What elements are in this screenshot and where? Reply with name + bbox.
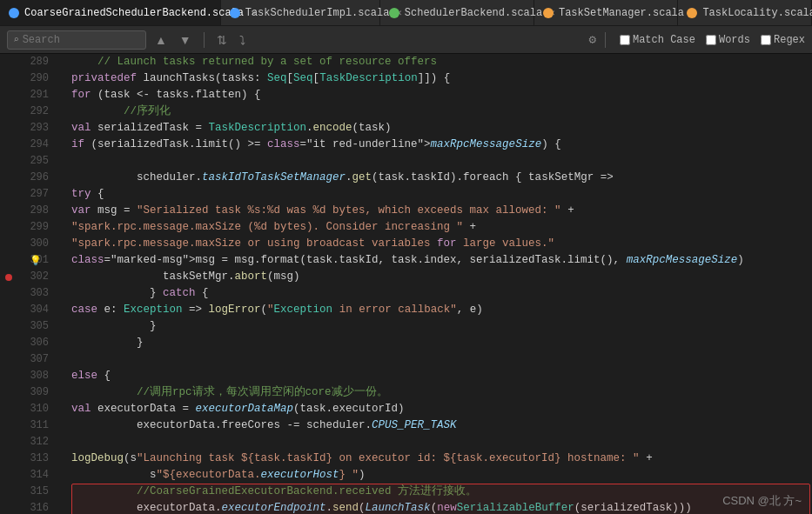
nav-up-button[interactable]: ▲ [151,32,171,48]
regex-label[interactable]: Regex [761,34,805,46]
line-number: 302 [17,269,56,285]
strip-line [0,467,17,484]
strip-line [0,203,17,219]
code-line: private def launchTasks(tasks: Seq[Seq[T… [71,70,812,87]
strip-line-breakpoint [0,269,17,285]
line-number: 298 [17,203,56,219]
tab-schedulerbackend[interactable]: SchedulerBackend.scala ✕ [380,0,534,25]
match-case-option: Match Case [620,34,695,46]
tab-taskschedulerimpl[interactable]: TaskSchedulerImpl.scala ✕ [221,0,380,25]
tab-label: CoarseGrainedSchedulerBackend.scala [24,7,244,19]
strip-line [0,170,17,186]
code-line: if (serializedTask.limit() >= class="it … [71,137,812,153]
nav-down-button[interactable]: ▼ [176,32,195,48]
line-number: 311 [17,417,56,434]
strip-line [0,285,17,302]
words-option: Words [706,34,750,46]
code-line: s"${executorData.executorHost} ") [71,467,812,484]
strip-line [0,451,17,467]
strip-line [0,186,17,203]
code-line: val executorData = executorDataMap(task.… [71,401,812,417]
code-line: for (task <- tasks.flatten) { [71,87,812,103]
line-number: 294 [17,137,56,153]
tab-label: SchedulerBackend.scala [405,7,542,19]
strip-line [0,120,17,137]
code-line: var msg = "Serialized task %s:%d was %d … [71,203,812,219]
watermark: CSDN @北 方~ [722,493,802,509]
code-line: //调用rpc请求，每次调用空闲的core减少一份。 [71,384,812,401]
regex-checkbox[interactable] [761,35,771,45]
line-number: 290 [17,70,56,87]
regex-option: Regex [761,34,805,46]
separator [204,32,205,48]
code-line: // Launch tasks returned by a set of res… [71,54,812,70]
tab-tasklocality[interactable]: TaskLocality.scala ✕ [678,0,812,25]
strip-line [0,384,17,401]
strip-line [0,500,17,514]
match-case-label[interactable]: Match Case [620,34,695,46]
line-number: 291 [17,87,56,103]
line-number: 316 [17,500,56,514]
search-input[interactable] [23,34,127,46]
tab-icon-scala [687,8,697,18]
code-line: class="marked-msg">msg = msg.format(task… [71,252,812,269]
code-line: } [71,318,812,335]
code-line: } catch { [71,285,812,302]
strip-line [0,335,17,351]
separator-2 [605,32,606,48]
filter-icon[interactable]: ⚙ [589,32,596,47]
tab-icon-scala [230,8,240,18]
line-number: 293 [17,120,56,137]
highlight-box [71,484,810,514]
strip-line [0,103,17,120]
line-number: 306 [17,335,56,351]
search-icon: ⌕ [13,34,19,45]
strip-line [0,302,17,318]
line-number: 297 [17,186,56,203]
breakpoint-marker [5,274,12,281]
line-numbers-gutter: 289290291292293294295296297298299300💡301… [17,54,63,514]
match-case-checkbox[interactable] [620,35,630,45]
code-line: "spark.rpc.message.maxSize (%d bytes). C… [71,219,812,236]
left-gutter-strip [0,54,17,514]
code-line [71,153,812,170]
tab-icon-scala [543,8,554,18]
line-number: 309 [17,384,56,401]
words-label[interactable]: Words [706,34,750,46]
strip-line [0,401,17,417]
editor: 289290291292293294295296297298299300💡301… [0,54,812,514]
tab-label: TaskLocality.scala [702,7,812,19]
code-line: logDebug(s"Launching task ${task.taskId}… [71,451,812,467]
search-input-wrap[interactable]: ⌕ [7,30,146,50]
line-number: 299 [17,219,56,236]
line-number: 307 [17,351,56,368]
line-number: 289 [17,54,56,70]
line-number: 296 [17,170,56,186]
code-line: scheduler.taskIdToTaskSetManager.get(tas… [71,170,812,186]
line-number: 313 [17,451,56,467]
tab-icon-scala [9,8,19,18]
code-line: else { [71,368,812,384]
expand-button[interactable]: ⇅ [213,32,231,48]
line-number: 292 [17,103,56,120]
tab-coarse-grained[interactable]: CoarseGrainedSchedulerBackend.scala ✕ [0,0,221,25]
line-number: 295 [17,153,56,170]
code-line: case e: Exception => logError("Exception… [71,302,812,318]
code-line [71,351,812,368]
strip-line [0,434,17,451]
code-line: try { [71,186,812,203]
strip-line [0,368,17,384]
tab-label: TaskSetManager.scala [559,7,684,19]
line-number: 310 [17,401,56,417]
tab-tasksetmanager[interactable]: TaskSetManager.scala ✕ [534,0,678,25]
words-checkbox[interactable] [706,35,716,45]
strip-line [0,417,17,434]
line-number: 314 [17,467,56,484]
code-line: executorData.freeCores -= scheduler.CPUS… [71,417,812,434]
line-number: 303 [17,285,56,302]
code-line: //序列化 [71,103,812,120]
strip-line [0,219,17,236]
line-number: 308 [17,368,56,384]
code-editor-area[interactable]: // Launch tasks returned by a set of res… [63,54,812,514]
wrap-button[interactable]: ⤵ [236,32,249,48]
